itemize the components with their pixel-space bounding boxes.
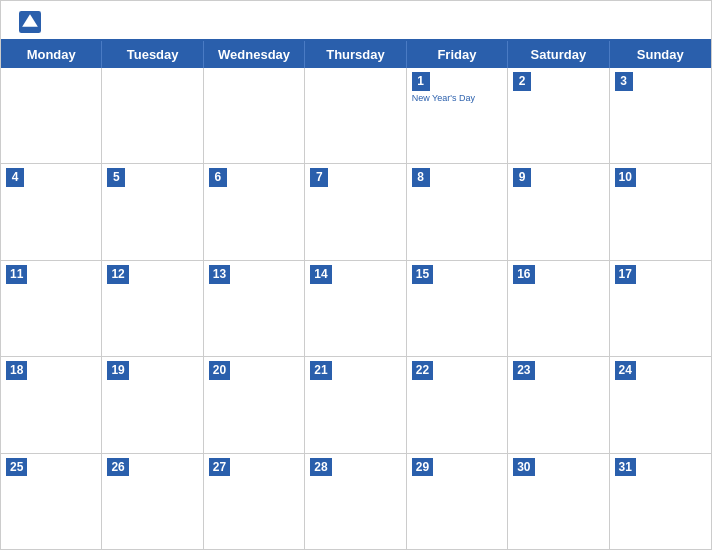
day-number: 4	[6, 168, 24, 187]
day-cell: 27	[204, 454, 305, 549]
day-cell: 28	[305, 454, 406, 549]
day-cell: 0	[204, 68, 305, 163]
day-header-wednesday: Wednesday	[204, 41, 305, 68]
day-cell: 20	[204, 357, 305, 452]
day-number: 28	[310, 458, 331, 477]
day-cell: 8	[407, 164, 508, 259]
day-number: 22	[412, 361, 433, 380]
logo-text	[19, 11, 49, 33]
day-number: 19	[107, 361, 128, 380]
day-number: 31	[615, 458, 636, 477]
day-number: 3	[615, 72, 633, 91]
calendar-grid: MondayTuesdayWednesdayThursdayFridaySatu…	[1, 39, 711, 549]
day-cell: 26	[102, 454, 203, 549]
day-cell: 14	[305, 261, 406, 356]
day-number: 26	[107, 458, 128, 477]
day-number: 23	[513, 361, 534, 380]
day-header-tuesday: Tuesday	[102, 41, 203, 68]
day-number: 27	[209, 458, 230, 477]
day-cell: 10	[610, 164, 711, 259]
day-headers-row: MondayTuesdayWednesdayThursdayFridaySatu…	[1, 41, 711, 68]
day-cell: 30	[508, 454, 609, 549]
day-number: 12	[107, 265, 128, 284]
day-cell: 3	[610, 68, 711, 163]
day-cell: 13	[204, 261, 305, 356]
day-cell: 18	[1, 357, 102, 452]
day-cell: 25	[1, 454, 102, 549]
generalblue-logo-icon	[19, 11, 41, 33]
day-number: 16	[513, 265, 534, 284]
day-cell: 4	[1, 164, 102, 259]
day-number: 5	[107, 168, 125, 187]
week-row-2: 45678910	[1, 164, 711, 260]
day-cell: 29	[407, 454, 508, 549]
day-number: 1	[412, 72, 430, 91]
logo-area	[19, 11, 49, 33]
day-cell: 15	[407, 261, 508, 356]
day-cell: 22	[407, 357, 508, 452]
day-cell: 6	[204, 164, 305, 259]
day-header-monday: Monday	[1, 41, 102, 68]
day-number: 0	[310, 72, 328, 91]
day-number: 29	[412, 458, 433, 477]
day-number: 11	[6, 265, 27, 284]
day-cell: 31	[610, 454, 711, 549]
day-number: 25	[6, 458, 27, 477]
day-cell: 5	[102, 164, 203, 259]
day-number: 0	[107, 72, 125, 91]
day-cell: 1New Year's Day	[407, 68, 508, 163]
day-number: 2	[513, 72, 531, 91]
day-cell: 0	[1, 68, 102, 163]
day-cell: 24	[610, 357, 711, 452]
day-number: 20	[209, 361, 230, 380]
week-row-3: 11121314151617	[1, 261, 711, 357]
calendar-container: MondayTuesdayWednesdayThursdayFridaySatu…	[0, 0, 712, 550]
day-number: 6	[209, 168, 227, 187]
day-number: 30	[513, 458, 534, 477]
day-number: 18	[6, 361, 27, 380]
day-number: 13	[209, 265, 230, 284]
day-number: 8	[412, 168, 430, 187]
day-header-sunday: Sunday	[610, 41, 711, 68]
day-number: 0	[209, 72, 227, 91]
day-number: 7	[310, 168, 328, 187]
week-row-5: 25262728293031	[1, 454, 711, 549]
day-cell: 9	[508, 164, 609, 259]
holiday-label: New Year's Day	[412, 93, 502, 104]
day-number: 24	[615, 361, 636, 380]
day-number: 21	[310, 361, 331, 380]
day-number: 9	[513, 168, 531, 187]
calendar-header	[1, 1, 711, 39]
day-number: 0	[6, 72, 24, 91]
day-cell: 17	[610, 261, 711, 356]
day-cell: 2	[508, 68, 609, 163]
day-cell: 12	[102, 261, 203, 356]
day-cell: 16	[508, 261, 609, 356]
day-number: 10	[615, 168, 636, 187]
day-header-thursday: Thursday	[305, 41, 406, 68]
day-cell: 11	[1, 261, 102, 356]
week-row-1: 00001New Year's Day23	[1, 68, 711, 164]
day-number: 15	[412, 265, 433, 284]
day-header-friday: Friday	[407, 41, 508, 68]
day-number: 14	[310, 265, 331, 284]
day-cell: 19	[102, 357, 203, 452]
day-cell: 0	[102, 68, 203, 163]
day-number: 17	[615, 265, 636, 284]
day-cell: 7	[305, 164, 406, 259]
day-header-saturday: Saturday	[508, 41, 609, 68]
day-cell: 23	[508, 357, 609, 452]
weeks-container: 00001New Year's Day234567891011121314151…	[1, 68, 711, 549]
week-row-4: 18192021222324	[1, 357, 711, 453]
day-cell: 21	[305, 357, 406, 452]
day-cell: 0	[305, 68, 406, 163]
